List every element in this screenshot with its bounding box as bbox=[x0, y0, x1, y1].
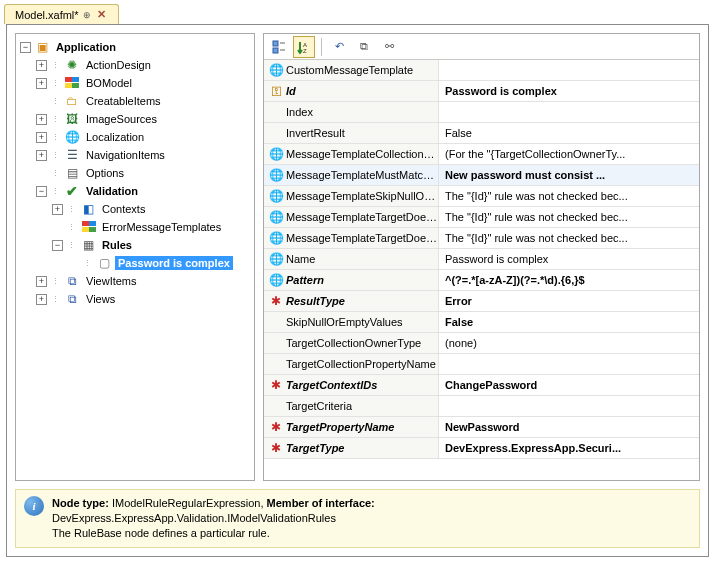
property-row[interactable]: TargetCollectionPropertyName bbox=[264, 354, 699, 375]
info-text: Node type: IModelRuleRegularExpression, … bbox=[52, 496, 375, 541]
tree-node-navigationitems[interactable]: + ⋮ ☰ NavigationItems bbox=[34, 146, 252, 164]
property-row[interactable]: ⚿IdPassword is complex bbox=[264, 81, 699, 102]
property-value[interactable]: DevExpress.ExpressApp.Securi... bbox=[439, 442, 699, 454]
property-row[interactable]: ✱TargetTypeDevExpress.ExpressApp.Securi.… bbox=[264, 438, 699, 459]
context-icon: ◧ bbox=[80, 201, 96, 217]
expand-icon[interactable]: + bbox=[36, 294, 47, 305]
tree-node-bomodel[interactable]: + ⋮ BOModel bbox=[34, 74, 252, 92]
blank-icon bbox=[268, 314, 284, 330]
blank-icon bbox=[268, 356, 284, 372]
globe-icon: 🌐 bbox=[268, 209, 284, 225]
property-row[interactable]: 🌐CustomMessageTemplate bbox=[264, 60, 699, 81]
star-icon: ✱ bbox=[268, 293, 284, 309]
property-row[interactable]: 🌐Pattern^(?=.*[a-zA-Z])(?=.*\d).{6,}$ bbox=[264, 270, 699, 291]
close-icon[interactable]: ✕ bbox=[95, 8, 108, 21]
property-name: ResultType bbox=[286, 295, 345, 307]
property-name: TargetCollectionPropertyName bbox=[286, 358, 436, 370]
property-value[interactable]: Password is complex bbox=[439, 253, 699, 265]
property-row[interactable]: Index bbox=[264, 102, 699, 123]
tree-node-rule-password[interactable]: ⋮ ▢ Password is complex bbox=[66, 254, 252, 272]
property-row[interactable]: 🌐MessageTemplateTargetDoesNotThe "{Id}" … bbox=[264, 228, 699, 249]
property-name: SkipNullOrEmptyValues bbox=[286, 316, 403, 328]
svg-rect-0 bbox=[273, 41, 278, 46]
property-value[interactable]: The "{Id}" rule was not checked bec... bbox=[439, 211, 699, 223]
property-name: Pattern bbox=[286, 274, 324, 286]
property-value[interactable]: ChangePassword bbox=[439, 379, 699, 391]
expand-icon[interactable]: + bbox=[36, 132, 47, 143]
tree-node-contexts[interactable]: + ⋮ ◧ Contexts bbox=[50, 200, 252, 218]
property-row[interactable]: 🌐MessageTemplateMustMatchPattNew passwor… bbox=[264, 165, 699, 186]
property-value[interactable]: New password must consist ... bbox=[439, 169, 699, 181]
property-value[interactable]: The "{Id}" rule was not checked bec... bbox=[439, 190, 699, 202]
property-row[interactable]: InvertResultFalse bbox=[264, 123, 699, 144]
property-name: TargetCollectionOwnerType bbox=[286, 337, 421, 349]
star-icon: ✱ bbox=[268, 440, 284, 456]
info-icon: i bbox=[24, 496, 44, 516]
property-row[interactable]: 🌐NamePassword is complex bbox=[264, 249, 699, 270]
error-templates-icon bbox=[80, 219, 96, 235]
property-value[interactable]: ^(?=.*[a-zA-Z])(?=.*\d).{6,}$ bbox=[439, 274, 699, 286]
property-value[interactable]: NewPassword bbox=[439, 421, 699, 433]
sort-az-button[interactable]: AZ bbox=[293, 36, 315, 58]
star-icon: ✱ bbox=[268, 377, 284, 393]
property-value[interactable]: Password is complex bbox=[439, 85, 699, 97]
property-row[interactable]: TargetCollectionOwnerType(none) bbox=[264, 333, 699, 354]
expand-icon[interactable]: + bbox=[36, 276, 47, 287]
tree-node-creatableitems[interactable]: ⋮ 🗀 CreatableItems bbox=[34, 92, 252, 110]
tree-node-localization[interactable]: + ⋮ 🌐 Localization bbox=[34, 128, 252, 146]
property-value[interactable]: False bbox=[439, 316, 699, 328]
options-icon: ▤ bbox=[64, 165, 80, 181]
property-row[interactable]: 🌐MessageTemplateSkipNullOrEmptThe "{Id}"… bbox=[264, 186, 699, 207]
property-row[interactable]: 🌐MessageTemplateCollectionValida(For the… bbox=[264, 144, 699, 165]
property-row[interactable]: ✱TargetPropertyNameNewPassword bbox=[264, 417, 699, 438]
blank-icon bbox=[268, 335, 284, 351]
categorize-button[interactable] bbox=[268, 36, 290, 58]
globe-icon: 🌐 bbox=[268, 230, 284, 246]
bomodel-icon bbox=[64, 75, 80, 91]
viewitems-icon: ⧉ bbox=[64, 273, 80, 289]
property-name: Name bbox=[286, 253, 315, 265]
link-button[interactable]: ⚯ bbox=[378, 36, 400, 58]
tree-root[interactable]: − ▣ Application bbox=[18, 38, 252, 56]
collapse-icon[interactable]: − bbox=[36, 186, 47, 197]
tree-view[interactable]: − ▣ Application + ⋮ ✺ ActionDesign + bbox=[15, 33, 255, 481]
globe-icon: 🌐 bbox=[268, 62, 284, 78]
property-value[interactable]: The "{Id}" rule was not checked bec... bbox=[439, 232, 699, 244]
tree-node-rules[interactable]: − ⋮ ▦ Rules bbox=[50, 236, 252, 254]
undo-button[interactable]: ↶ bbox=[328, 36, 350, 58]
property-row[interactable]: TargetCriteria bbox=[264, 396, 699, 417]
tree-node-validation[interactable]: − ⋮ ✔ Validation bbox=[34, 182, 252, 200]
expand-icon[interactable]: + bbox=[36, 78, 47, 89]
property-grid: AZ ↶ ⧉ ⚯ 🌐CustomMessageTemplate⚿IdPasswo… bbox=[263, 33, 700, 481]
tree-node-viewitems[interactable]: + ⋮ ⧉ ViewItems bbox=[34, 272, 252, 290]
image-icon: 🖼 bbox=[64, 111, 80, 127]
property-rows[interactable]: 🌐CustomMessageTemplate⚿IdPassword is com… bbox=[264, 60, 699, 480]
property-row[interactable]: SkipNullOrEmptyValuesFalse bbox=[264, 312, 699, 333]
property-value[interactable]: False bbox=[439, 127, 699, 139]
property-row[interactable]: 🌐MessageTemplateTargetDoesNotThe "{Id}" … bbox=[264, 207, 699, 228]
tree-node-errortemplates[interactable]: ⋮ ErrorMessageTemplates bbox=[50, 218, 252, 236]
tree-node-views[interactable]: + ⋮ ⧉ Views bbox=[34, 290, 252, 308]
property-value[interactable]: Error bbox=[439, 295, 699, 307]
property-name: MessageTemplateTargetDoesNot bbox=[286, 211, 438, 223]
copy-button[interactable]: ⧉ bbox=[353, 36, 375, 58]
property-value[interactable]: (none) bbox=[439, 337, 699, 349]
tab-model[interactable]: Model.xafml* ⊕ ✕ bbox=[4, 4, 119, 24]
property-row[interactable]: ✱ResultTypeError bbox=[264, 291, 699, 312]
globe-icon: 🌐 bbox=[64, 129, 80, 145]
property-value[interactable]: (For the "{TargetCollectionOwnerTy... bbox=[439, 148, 699, 160]
check-icon: ✔ bbox=[64, 183, 80, 199]
tree-node-options[interactable]: ⋮ ▤ Options bbox=[34, 164, 252, 182]
property-row[interactable]: ✱TargetContextIDsChangePassword bbox=[264, 375, 699, 396]
pin-icon[interactable]: ⊕ bbox=[83, 10, 91, 20]
expand-icon[interactable]: + bbox=[36, 60, 47, 71]
tab-title: Model.xafml* bbox=[15, 9, 79, 21]
tree-node-imagesources[interactable]: + ⋮ 🖼 ImageSources bbox=[34, 110, 252, 128]
globe-icon: 🌐 bbox=[268, 251, 284, 267]
expand-icon[interactable]: + bbox=[36, 114, 47, 125]
collapse-icon[interactable]: − bbox=[20, 42, 31, 53]
expand-icon[interactable]: + bbox=[52, 204, 63, 215]
collapse-icon[interactable]: − bbox=[52, 240, 63, 251]
tree-node-actiondesign[interactable]: + ⋮ ✺ ActionDesign bbox=[34, 56, 252, 74]
expand-icon[interactable]: + bbox=[36, 150, 47, 161]
